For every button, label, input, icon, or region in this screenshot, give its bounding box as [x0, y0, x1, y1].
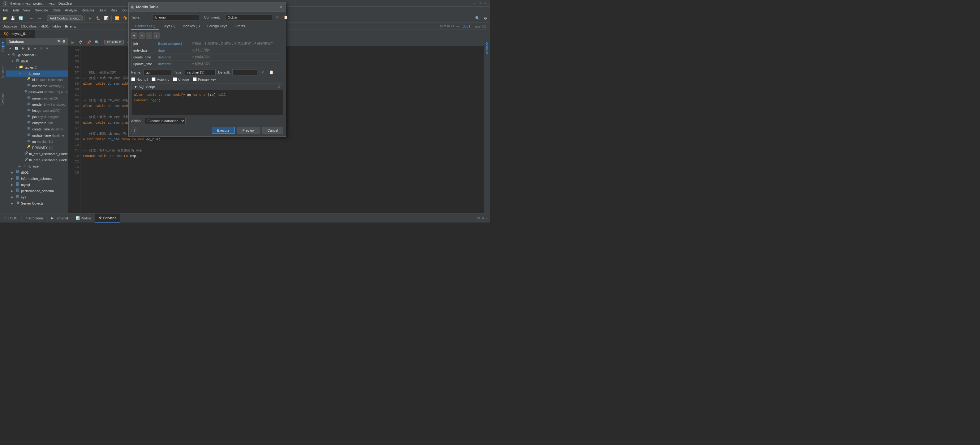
back-btn[interactable]: ←: [28, 15, 35, 22]
menu-item-file[interactable]: File: [1, 8, 11, 13]
bottom-tab-services[interactable]: ⚙ Services: [95, 214, 120, 223]
pin-btn[interactable]: 📌: [85, 39, 92, 46]
delete-btn[interactable]: 🗑: [26, 46, 32, 51]
tree-item-job[interactable]: ▶ ▦ job tinyint unsigned: [6, 114, 68, 120]
editor-tab-mysql01[interactable]: SQL mysql_01 ✕: [0, 30, 35, 38]
modify-table-dialog[interactable]: ⊞ Modify Table ✕ Table: Comment: ✕ 📋 Col…: [128, 3, 286, 136]
run-timed-btn[interactable]: ⏱: [77, 39, 84, 46]
tree-item-uindex2[interactable]: ▶ 🔗 tb_emp_username_uindex (use...: [6, 157, 68, 163]
favorites-tab[interactable]: Favorites: [0, 90, 6, 108]
tree-item-uindex1[interactable]: ▶ 🔗 tb_emp_username_uindex (use...: [6, 151, 68, 157]
maximize-btn[interactable]: □: [477, 1, 482, 6]
help-button[interactable]: ?: [131, 127, 138, 134]
sort-icon[interactable]: ⊞: [440, 24, 443, 28]
name-field-input[interactable]: [143, 69, 171, 75]
tree-item-image[interactable]: ▶ ▦ image varchar(300): [6, 108, 68, 114]
tree-item-db01[interactable]: ▼ 🗄 db01: [6, 58, 68, 64]
auto-inc-check[interactable]: Auto inc: [151, 77, 169, 81]
primary-key-check[interactable]: Primary key: [193, 77, 216, 81]
tree-item-primary[interactable]: ▶ 🔑 PRIMARY (id): [6, 145, 68, 151]
menu-item-code[interactable]: Code: [51, 8, 62, 13]
tree-item-create-time[interactable]: ▶ ▦ create_time datetime: [6, 126, 68, 132]
tree-item-performance-schema[interactable]: ▶ 🗄 performance_schema: [6, 188, 68, 194]
bottom-settings-icon[interactable]: ⚙: [477, 216, 480, 220]
type-field-input[interactable]: [185, 69, 216, 75]
filter-schema-btn[interactable]: ≡: [45, 46, 50, 51]
tab-columns[interactable]: Columns (11): [131, 23, 159, 30]
breadcrumb-tables[interactable]: tables: [52, 24, 61, 28]
more-icon[interactable]: •••: [455, 24, 459, 28]
jump-to-btn[interactable]: ↗: [38, 46, 44, 51]
tab-grants[interactable]: Grants: [231, 23, 249, 30]
tree-item-information-schema[interactable]: ▶ 🗄 information_schema: [6, 176, 68, 182]
minimize-btn[interactable]: ─: [472, 1, 476, 6]
move-down-btn[interactable]: ↓: [153, 32, 160, 39]
tab-close-icon[interactable]: ✕: [29, 32, 31, 35]
structure-tab[interactable]: Structure: [0, 63, 6, 81]
tree-item-localhost[interactable]: ▼ 🔌 @localhost 6: [6, 52, 68, 58]
action-select[interactable]: Execute in database Preview Copy to clip…: [144, 118, 186, 124]
tree-item-entrydate[interactable]: ▶ ▦ entrydate date: [6, 120, 68, 126]
tree-item-gender[interactable]: ▶ ▦ gender tinyint unsigned: [6, 101, 68, 108]
sql-settings-icon[interactable]: ⚙: [277, 85, 281, 89]
unique-check[interactable]: Unique: [173, 77, 189, 81]
add-configuration-btn[interactable]: Add Configuration...: [47, 16, 83, 21]
project-tab[interactable]: Project: [0, 40, 6, 54]
breadcrumb-localhost[interactable]: @localhost: [21, 24, 38, 28]
bottom-tab-todo[interactable]: ☑ TODO: [0, 214, 22, 223]
column-row-job[interactable]: job tinyint unsigned /*职位，1 班主任，2 讲师，3 学…: [132, 40, 283, 47]
breadcrumb-database[interactable]: Database: [3, 24, 17, 28]
tree-item-tables[interactable]: ▼ 📁 tables 2: [6, 64, 68, 70]
column-row-create-time[interactable]: create_time datetime /*创建时间*/: [132, 54, 283, 60]
tree-item-server-objects[interactable]: ▶ 🖥 Server Objects: [6, 200, 68, 206]
menu-item-view[interactable]: View: [21, 8, 32, 13]
comment-edit-btn[interactable]: 📋: [282, 16, 289, 19]
breadcrumb-tb-emp[interactable]: tb_emp: [65, 24, 76, 28]
tree-item-username[interactable]: ▶ ▦ username varchar(20): [6, 83, 68, 89]
bottom-gear-icon[interactable]: ⚙: [481, 216, 484, 220]
menu-item-refactor[interactable]: Refactor: [80, 8, 96, 13]
copy-btn[interactable]: ⊕: [20, 46, 25, 51]
menu-item-navigate[interactable]: Navigate: [33, 8, 50, 13]
bottom-tab-terminal[interactable]: ▶ Terminal: [48, 214, 72, 223]
tab-indexes[interactable]: Indexes (1): [179, 23, 204, 30]
tab-keys[interactable]: Keys (2): [159, 23, 179, 30]
close-btn[interactable]: ✕: [483, 1, 487, 6]
tree-item-password[interactable]: ▶ ▦ password varchar(32) = '123456': [6, 89, 68, 95]
search-btn[interactable]: 🔍: [474, 15, 481, 22]
execute-button[interactable]: Execute: [212, 127, 235, 134]
run-btn[interactable]: ▶: [87, 15, 94, 22]
sql-collapse-icon[interactable]: ▼: [134, 85, 137, 89]
remove-column-btn[interactable]: −: [138, 32, 145, 39]
profile-btn[interactable]: 📊: [103, 15, 110, 22]
tx-auto-btn[interactable]: Tx: Auto ▼: [104, 40, 124, 44]
add-column-btn[interactable]: +: [131, 32, 137, 39]
group-icon[interactable]: ⊕: [447, 24, 450, 28]
not-null-check[interactable]: Not null: [131, 77, 148, 81]
refresh-btn[interactable]: 🔄: [18, 15, 24, 22]
comment-input[interactable]: [225, 14, 272, 21]
bottom-minimize-icon[interactable]: −: [486, 216, 487, 220]
tree-item-db02[interactable]: ▶ 🗄 db02: [6, 169, 68, 176]
forward-btn[interactable]: →: [36, 15, 43, 22]
menu-item-edit[interactable]: Edit: [11, 8, 21, 13]
panel-settings-icon[interactable]: ⚙: [62, 40, 65, 44]
panel-search-icon[interactable]: 🔍: [57, 40, 62, 44]
filter-icon[interactable]: ≡: [444, 24, 446, 28]
default-clear-btn[interactable]: ✕: [259, 70, 266, 74]
tree-item-tb-user[interactable]: ▶ ⊞ tb_user: [6, 163, 68, 169]
preview-button[interactable]: Preview: [237, 127, 260, 134]
tree-item-tb-emp[interactable]: ▼ ⊞ tb_emp: [6, 70, 68, 77]
column-row-entrydate[interactable]: entrydate date /*入职日期*/: [132, 47, 283, 54]
menu-item-run[interactable]: Run: [108, 8, 118, 13]
database-side-tab[interactable]: Database: [484, 40, 490, 58]
breadcrumb-actions[interactable]: ⊞ ≡ ⊕ ⚙ •••: [440, 24, 459, 28]
add-datasource-btn[interactable]: +: [8, 46, 13, 51]
explain-btn[interactable]: 🔍: [94, 39, 100, 46]
table-name-input[interactable]: [152, 14, 199, 21]
settings-btn[interactable]: ⚙: [482, 15, 489, 22]
tree-item-sys[interactable]: ▶ 🗄 sys: [6, 194, 68, 200]
column-row-update-time[interactable]: update_time datetime /*修改时间*/: [132, 60, 283, 67]
bottom-tab-profiler[interactable]: 📊 Profiler: [72, 214, 95, 223]
breadcrumb-db01[interactable]: db01: [41, 24, 49, 28]
